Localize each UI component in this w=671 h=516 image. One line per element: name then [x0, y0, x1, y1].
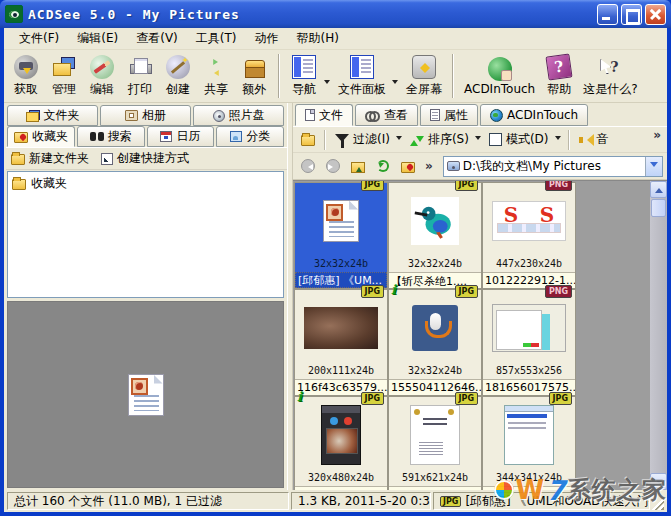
acquire-button[interactable]: 获取	[7, 52, 45, 101]
status-summary: 总计 160 个文件 (11.0 MB), 1 已过滤	[7, 492, 289, 510]
extras-button[interactable]: 额外	[235, 52, 273, 101]
navigate-dropdown-arrow[interactable]	[324, 80, 330, 87]
png-badge: PNG	[545, 181, 572, 191]
tab-categories[interactable]: 分类	[216, 126, 284, 147]
navigate-button[interactable]: 导航	[285, 52, 323, 101]
help-button[interactable]: ? 帮助	[540, 52, 578, 101]
menu-view[interactable]: 查看(V)	[127, 28, 187, 50]
refresh-button[interactable]	[372, 156, 394, 176]
left-panel: 文件夹 相册 照片盘 收藏夹	[4, 103, 287, 490]
tab-view[interactable]: 查看	[355, 104, 418, 126]
jpg-badge: JPG	[455, 285, 478, 298]
thumbnail-item[interactable]: JPG 32x3	[388, 182, 482, 289]
app-window: ACDSee 5.0 - My Pictures 文件(F) 编辑(E) 查看(…	[0, 0, 671, 516]
file-panel-dropdown-arrow[interactable]	[392, 80, 398, 87]
forward-button[interactable]	[322, 156, 344, 176]
tab-favorites[interactable]: 收藏夹	[7, 126, 75, 147]
more-buttons-chevron[interactable]: »	[650, 128, 664, 142]
album-icon	[125, 110, 138, 121]
create-shortcut-button[interactable]: 创建快捷方式	[101, 150, 189, 167]
thumbnail-item[interactable]: i JPG 32x32x24b 155504112646...	[388, 289, 482, 396]
fullscreen-button[interactable]: 全屏幕	[401, 52, 447, 101]
wand-icon	[166, 55, 190, 79]
sort-dropdown-arrow[interactable]	[475, 136, 481, 143]
tab-search[interactable]: 搜索	[77, 126, 145, 147]
menu-bar: 文件(F) 编辑(E) 查看(V) 工具(T) 动作 帮助(H)	[4, 28, 667, 50]
grid-mode-icon	[489, 133, 502, 146]
menu-actions[interactable]: 动作	[246, 28, 288, 50]
new-folder-button[interactable]	[296, 130, 320, 149]
tab-albums[interactable]: 相册	[100, 105, 191, 126]
folder-up-icon	[351, 162, 365, 173]
list-window-thumbnail	[504, 405, 554, 465]
cursor-question-icon: ?	[598, 55, 622, 79]
sort-button[interactable]: 排序(S)	[405, 128, 474, 151]
minimize-button[interactable]	[597, 4, 618, 25]
tab-acdintouch[interactable]: ACDInTouch	[480, 104, 588, 126]
new-folder-button[interactable]: 新建文件夹	[11, 150, 89, 167]
preview-pane[interactable]	[7, 301, 284, 488]
maximize-button[interactable]	[621, 4, 642, 25]
address-combo[interactable]: D:\我的文档\My Pictures	[443, 156, 663, 177]
thumbnail-item[interactable]: JPG 32x32x24b [邱郁惠] 《UM...	[294, 182, 388, 289]
share-arrows-icon	[204, 55, 228, 79]
favorites-folder-icon	[401, 162, 415, 173]
scrollbar-thumb[interactable]	[651, 199, 666, 217]
right-tabs: 文件 查看 属性 ACDInTouch	[293, 104, 667, 126]
thumbnail-item[interactable]: i JPG 320x480x24b	[294, 396, 388, 490]
tree-item-favorites[interactable]: 收藏夹	[12, 175, 279, 192]
image-dimensions: 591x621x24b	[389, 472, 481, 486]
tab-photo-disc[interactable]: 照片盘	[193, 105, 284, 126]
thumbnail-item[interactable]: PNG 857x553x256 181656017575...	[482, 289, 576, 396]
filter-button[interactable]: 过滤(I)	[330, 128, 395, 152]
image-dimensions: 32x32x24b	[389, 258, 481, 272]
thumbnail-item[interactable]: JPG 591x621x24b	[388, 396, 482, 490]
thumbnail-item[interactable]: PNG S S 447x230x24b 1012222912-1...	[482, 182, 576, 289]
properties-page-icon	[430, 109, 440, 121]
mode-button[interactable]: 模式(D)	[484, 128, 554, 151]
menu-tools[interactable]: 工具(T)	[187, 28, 246, 50]
file-panel-icon	[350, 55, 374, 79]
favorites-toolbar: 新建文件夹 创建快捷方式	[6, 147, 287, 170]
whats-this-button[interactable]: ? 这是什么?	[578, 52, 642, 101]
menu-edit[interactable]: 编辑(E)	[68, 28, 127, 50]
title-bar: ACDSee 5.0 - My Pictures	[0, 0, 671, 28]
back-button[interactable]	[297, 156, 319, 176]
acdintouch-button[interactable]: ACDInTouch	[459, 52, 540, 101]
menu-help[interactable]: 帮助(H)	[288, 28, 348, 50]
mode-dropdown-arrow[interactable]	[555, 136, 561, 143]
edit-button[interactable]: 编辑	[83, 52, 121, 101]
favorites-button[interactable]	[397, 156, 419, 176]
up-button[interactable]	[347, 156, 369, 176]
thumbnail-item[interactable]: JPG 200x111x24b 116f43c63579...	[294, 289, 388, 396]
close-button[interactable]	[645, 4, 666, 25]
scroll-up-button[interactable]	[650, 181, 667, 198]
back-icon	[301, 159, 315, 173]
folders-icon	[26, 110, 40, 122]
share-button[interactable]: 共享	[197, 52, 235, 101]
resize-grip[interactable]	[652, 498, 664, 510]
scroll-down-button[interactable]	[650, 473, 667, 490]
print-button[interactable]: 打印	[121, 52, 159, 101]
file-panel-button[interactable]: 文件面板	[333, 52, 391, 101]
create-button[interactable]: 创建	[159, 52, 197, 101]
manage-button[interactable]: 管理	[45, 52, 83, 101]
help-book-icon: ?	[546, 53, 573, 80]
tab-calendar[interactable]: 日历	[147, 126, 215, 147]
address-dropdown-button[interactable]	[645, 157, 662, 176]
info-icon: i	[391, 282, 396, 297]
status-file-info: 1.3 KB, 2011-5-20 0:32	[291, 492, 431, 510]
menu-file[interactable]: 文件(F)	[10, 28, 68, 50]
forward-icon	[326, 159, 340, 173]
file-name	[389, 486, 481, 490]
filter-dropdown-arrow[interactable]	[396, 136, 402, 143]
tab-properties[interactable]: 属性	[420, 104, 478, 126]
chest-icon	[242, 55, 266, 79]
vertical-scrollbar[interactable]	[650, 181, 667, 490]
more-buttons-chevron[interactable]: »	[422, 159, 436, 173]
audio-button[interactable]: 音	[574, 128, 614, 151]
tab-file[interactable]: 文件	[295, 104, 353, 126]
scrollbar-track[interactable]	[650, 218, 667, 473]
tab-folders[interactable]: 文件夹	[7, 105, 98, 126]
thumbnail-item[interactable]: JPG 344x341x24b	[482, 396, 576, 490]
